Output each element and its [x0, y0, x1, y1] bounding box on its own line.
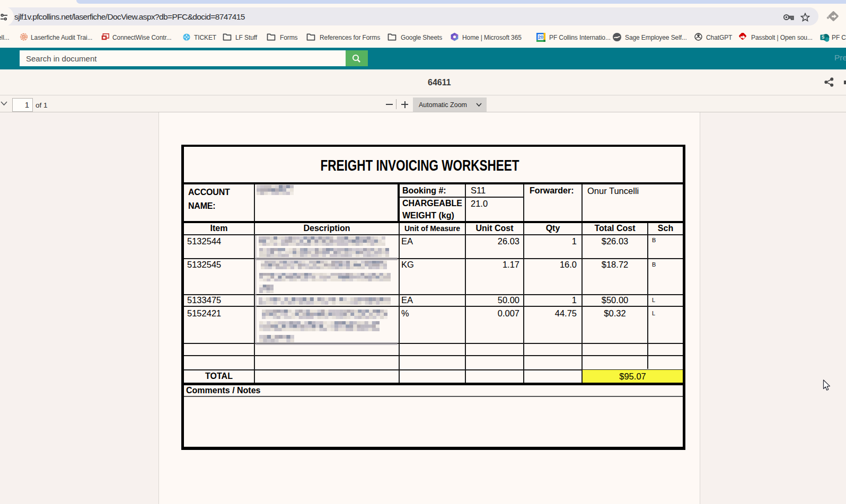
svg-text:20: 20 — [538, 34, 543, 40]
svg-text:S: S — [822, 34, 825, 40]
